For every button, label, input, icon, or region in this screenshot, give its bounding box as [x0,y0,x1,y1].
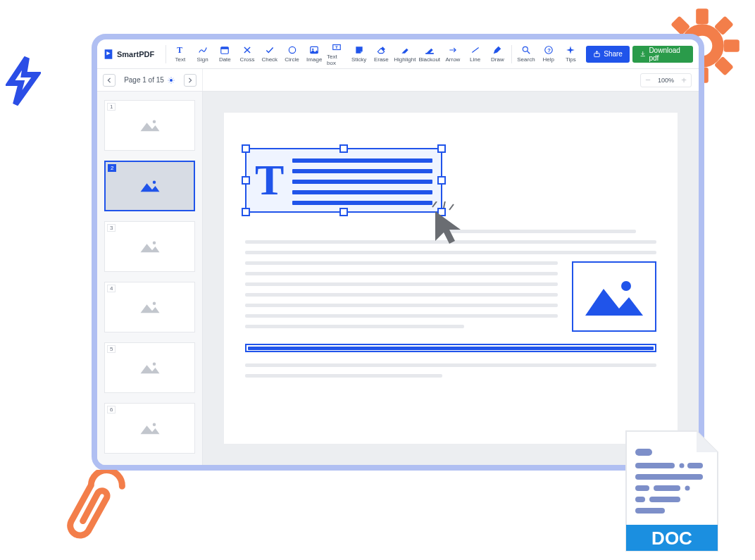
zoom-out-button[interactable]: − [641,75,655,85]
text-icon: T [255,163,284,198]
tool-cross[interactable]: Cross [237,42,257,67]
svg-point-38 [152,181,156,185]
svg-point-17 [685,486,690,491]
image-placeholder-icon [139,238,161,255]
svg-text:T: T [177,46,182,55]
tool-blackout[interactable]: Blackout [418,42,440,67]
canvas-area: T [203,92,699,465]
svg-rect-1 [696,8,709,24]
resize-handle-tl[interactable] [242,144,250,153]
resize-handle-bl[interactable] [242,208,250,216]
svg-point-26 [289,46,295,53]
bolt-decoration [6,56,41,106]
selected-text-block[interactable]: T [245,148,442,213]
svg-point-41 [152,363,156,366]
tool-line[interactable]: Line [466,42,485,67]
svg-rect-10 [635,449,652,456]
svg-rect-20 [635,508,665,514]
svg-point-40 [152,302,156,306]
svg-point-32 [523,46,528,51]
tool-search[interactable]: Search [516,42,536,67]
svg-rect-18 [635,497,645,502]
paperclip-decoration [62,470,146,554]
svg-rect-25 [221,47,229,49]
svg-point-36 [170,79,173,82]
image-placeholder-icon [139,420,161,437]
image-placeholder-icon [139,178,161,194]
svg-point-12 [680,463,685,468]
resize-handle-tr[interactable] [437,144,446,153]
document-page[interactable]: T [224,113,678,444]
thumbnail-4[interactable]: 4 [104,282,195,332]
text-lines-icon [292,156,432,205]
svg-text:DOC: DOC [651,528,692,549]
tool-date[interactable]: Date [215,42,235,67]
svg-point-37 [152,120,156,124]
svg-line-44 [444,201,445,208]
prev-page-button[interactable] [103,74,116,87]
resize-handle-mr[interactable] [437,176,446,185]
download-button[interactable]: Download pdf [632,46,693,63]
workspace: 1 2 3 4 5 6 [97,92,699,465]
svg-rect-11 [635,463,675,468]
toolbar: SmartPDF T Text Sign Date Cross Check Ci… [97,39,699,69]
image-placeholder-frame[interactable] [572,261,656,332]
svg-line-45 [449,204,454,210]
svg-point-42 [152,423,156,427]
svg-point-46 [621,281,631,291]
zoom-value: 100% [655,77,677,84]
brand-logo: SmartPDF [103,49,154,60]
image-placeholder-icon [139,299,161,316]
subtoolbar: Page 1 of 15 − 100% + [97,69,699,92]
image-placeholder-icon [139,117,161,134]
page-info: Page 1 of 15 [124,76,175,85]
doc-file-decoration: DOC [623,428,721,554]
tool-tips[interactable]: Tips [561,42,581,67]
svg-point-28 [312,49,313,50]
image-placeholder-icon [139,359,161,376]
thumbnail-3[interactable]: 3 [104,221,195,272]
tool-circle[interactable]: Circle [282,42,302,67]
tool-highlight[interactable]: Highlight [394,42,416,67]
thumbnail-5[interactable]: 5 [104,342,195,393]
page-settings-icon[interactable] [167,76,175,85]
svg-rect-14 [635,474,703,480]
svg-rect-16 [654,485,680,491]
zoom-control: − 100% + [640,73,692,87]
svg-rect-31 [425,53,434,54]
tool-draw[interactable]: Draw [488,42,508,67]
cursor-icon [428,201,470,251]
svg-rect-13 [687,463,703,468]
zoom-in-button[interactable]: + [677,75,691,85]
next-page-button[interactable] [184,74,196,87]
resize-handle-ml[interactable] [242,176,250,185]
tool-arrow[interactable]: Arrow [443,42,463,67]
tool-erase[interactable]: Erase [372,42,392,67]
svg-line-43 [432,201,437,207]
tool-text[interactable]: T Text [170,42,190,67]
highlighted-line[interactable] [245,344,656,352]
svg-rect-4 [724,39,740,52]
svg-rect-15 [635,485,649,491]
body-text-placeholder [245,230,656,378]
resize-handle-bm[interactable] [339,208,348,216]
thumbnail-1[interactable]: 1 [104,100,195,151]
svg-point-39 [152,242,156,245]
svg-text:?: ? [547,47,551,54]
tool-sticky[interactable]: Sticky [349,42,369,67]
tool-check[interactable]: Check [260,42,280,67]
svg-rect-19 [649,497,680,502]
thumbnails-sidebar: 1 2 3 4 5 6 [97,92,203,465]
tool-image[interactable]: Image [304,42,324,67]
svg-text:T: T [335,44,339,49]
app-window: SmartPDF T Text Sign Date Cross Check Ci… [92,34,704,471]
tool-sign[interactable]: Sign [193,42,213,67]
thumbnail-2[interactable]: 2 [104,161,195,211]
resize-handle-tm[interactable] [339,144,348,153]
brand-text: SmartPDF [117,50,154,58]
tool-textbox[interactable]: T Text box [327,42,347,67]
tool-help[interactable]: ? Help [539,42,559,67]
thumbnail-6[interactable]: 6 [104,403,195,454]
share-button[interactable]: Share [586,46,630,63]
image-placeholder-icon [582,272,646,321]
